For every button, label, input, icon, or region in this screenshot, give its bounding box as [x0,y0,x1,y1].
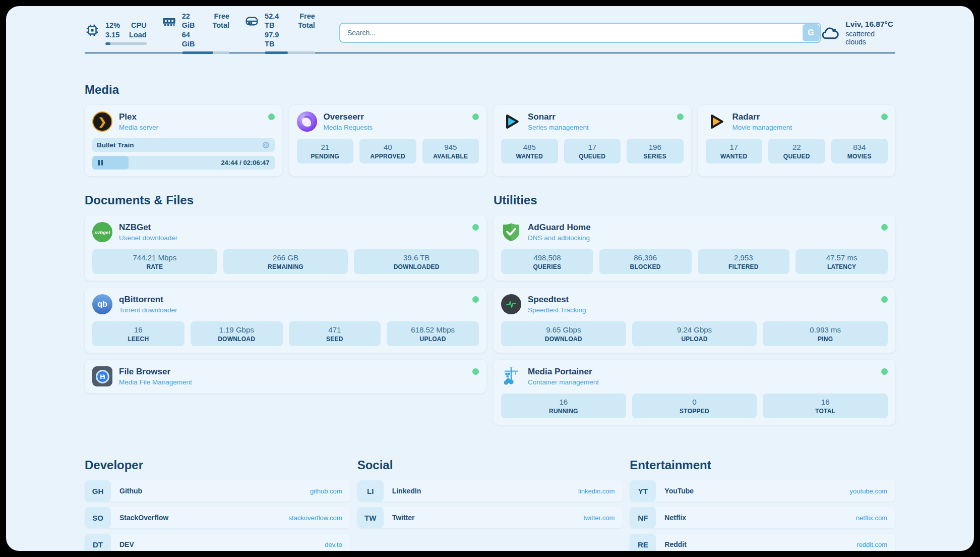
portainer-icon [501,366,521,386]
radarr-title: Radarr [732,112,792,122]
stat-queries: 498,508QUERIES [501,249,593,274]
stat-queued: 22QUEUED [768,139,825,163]
link-name: Netflix [664,514,686,522]
stat-total: 16TOTAL [763,394,888,418]
nzbget-icon: nzbget [92,222,112,242]
sonarr-subtitle: Series management [528,124,589,131]
top-bar: 12%3.15 CPULoad 22 GiB64 GiB FreeTotal [85,6,895,44]
stat-approved: 40APPROVED [359,139,416,163]
sonarr-title: Sonarr [528,112,589,122]
stat-filtered: 2,953FILTERED [698,249,790,274]
ram-icon [162,14,176,29]
plex-playback-time: 24:44 / 02:06:47 [221,156,269,170]
status-dot [881,224,888,231]
status-dot [472,296,479,303]
ram-free: 22 GiB [182,12,204,30]
link-netflix[interactable]: NF Netflix netflix.com [630,507,895,528]
link-url: dev.to [325,541,342,548]
cpu-label: CPU [129,21,147,30]
pause-button[interactable] [98,160,103,165]
filebrowser-title: File Browser [119,367,192,377]
card-portainer[interactable]: Media Portainer Container management 16R… [494,360,895,425]
search-input[interactable] [339,23,821,43]
plex-subtitle: Media server [119,124,158,131]
stat-seed: 471SEED [289,321,381,346]
ram-total: 64 GiB [182,30,204,48]
card-plex[interactable]: ❯ Plex Media server Bullet Train [85,105,282,176]
link-name: YouTube [664,487,694,495]
stat-running: 16RUNNING [501,394,626,418]
camera-icon [262,141,270,149]
stat-upload: 618.52 MbpsUPLOAD [387,321,479,346]
card-adguard[interactable]: AdGuard Home DNS and adblocking 498,508Q… [494,215,895,281]
link-url: stackoverflow.com [288,514,342,522]
stat-queued: 17QUEUED [564,139,621,163]
status-dot [677,114,684,120]
weather-widget: Lviv, 16.87°C scattered clouds [821,20,895,46]
link-name: DEV [119,540,134,548]
link-name: StackOverflow [119,514,168,522]
link-abbr: DT [85,534,111,551]
ram-free-label: Free [212,12,229,21]
stat-rate: 744.21 MbpsRATE [92,249,217,274]
link-twitter[interactable]: TW Twitter twitter.com [357,507,623,528]
overseerr-title: Overseerr [324,112,373,122]
stat-latency: 47.57 msLATENCY [795,249,888,274]
link-url: twitter.com [583,514,615,522]
link-github[interactable]: GH Github github.com [85,480,350,502]
link-stackoverflow[interactable]: SO StackOverflow stackoverflow.com [85,507,350,528]
adguard-icon [501,222,521,242]
cpu-progress-bar [105,42,147,45]
weather-location-temp: Lviv, 16.87°C [845,20,895,29]
disk-free: 52.4 TB [265,12,289,30]
card-qbittorrent[interactable]: qb qBittorrent Torrent downloader 16LEEC… [85,288,486,353]
stat-download: 1.19 GbpsDOWNLOAD [191,321,283,346]
adguard-title: AdGuard Home [528,222,591,233]
card-overseerr[interactable]: Overseerr Media Requests 21PENDING 40APP… [289,105,487,176]
google-search-button[interactable]: G [803,24,820,41]
disk-progress-bar [265,51,315,54]
stat-blocked: 86,396BLOCKED [599,249,692,274]
card-nzbget[interactable]: nzbget NZBGet Usenet downloader 744.21 M… [85,215,486,281]
disk-free-label: Free [298,12,315,21]
section-title-developer: Developer [85,458,350,472]
cpu-load-value: 3.15 [105,30,120,39]
filebrowser-subtitle: Media File Management [119,378,192,386]
stat-pending: 21PENDING [297,139,354,163]
link-reddit[interactable]: RE Reddit reddit.com [630,534,895,551]
qbittorrent-icon: qb [92,294,112,314]
overseerr-subtitle: Media Requests [324,124,373,131]
stat-series: 196SERIES [627,139,684,163]
link-abbr: YT [630,480,656,502]
card-radarr[interactable]: Radarr Movie management 17WANTED 22QUEUE… [698,105,896,176]
cpu-usage: 12% [105,21,120,30]
cpu-load-label: Load [129,30,147,39]
link-linkedin[interactable]: LI LinkedIn linkedin.com [357,480,623,502]
overseerr-icon [297,112,317,132]
stat-remaining: 266 GBREMAINING [223,249,348,274]
radarr-subtitle: Movie management [732,124,792,131]
link-name: LinkedIn [392,487,421,495]
stat-leech: 16LEECH [92,321,185,346]
dashboard-page: 12%3.15 CPULoad 22 GiB64 GiB FreeTotal [6,6,974,551]
link-youtube[interactable]: YT YouTube youtube.com [630,480,895,502]
stat-upload: 9.24 GbpsUPLOAD [632,321,757,346]
stat-available: 945AVAILABLE [422,139,479,163]
card-speedtest[interactable]: Speedtest Speedtest Tracking 9.65 GbpsDO… [494,288,895,353]
link-url: youtube.com [850,487,887,495]
qbittorrent-title: qBittorrent [119,295,177,305]
search-bar: G [339,23,821,43]
link-name: Github [119,487,142,495]
plex-title: Plex [119,112,158,122]
card-filebrowser[interactable]: File Browser Media File Management [85,360,486,393]
stat-wanted: 17WANTED [706,139,763,163]
link-abbr: NF [630,507,656,528]
status-dot [472,224,479,231]
status-dot [472,368,479,375]
adguard-subtitle: DNS and adblocking [528,234,591,242]
link-dev[interactable]: DT DEV dev.to [85,534,350,551]
stat-wanted: 485WANTED [501,139,558,163]
nzbget-subtitle: Usenet downloader [119,234,177,242]
plex-now-playing: Bullet Train [92,138,275,152]
card-sonarr[interactable]: Sonarr Series management 485WANTED 17QUE… [494,105,691,176]
